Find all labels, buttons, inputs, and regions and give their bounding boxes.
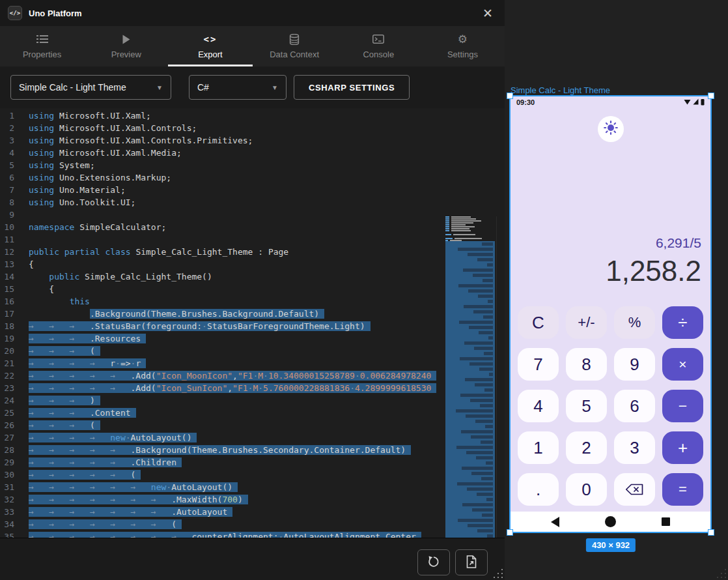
scrollbar-track[interactable] [496,216,497,538]
export-file-button[interactable] [455,549,488,575]
code-line[interactable]: 10namespace SimpleCalculator; [0,221,438,233]
key-3[interactable]: 3 [614,431,655,464]
list-icon [36,34,48,45]
code-line[interactable]: 22→ → → → → .Add("Icon_MoonIcon","F1·M·1… [0,370,438,382]
code-line[interactable]: 7using Uno.Material; [0,184,438,196]
key-backspace[interactable] [614,473,655,506]
tab-settings[interactable]: ⚙Settings [421,26,505,66]
code-line[interactable]: 17 .Background(Theme.Brushes.Background.… [0,308,438,320]
theme-select[interactable]: Simple Calc - Light Theme ▼ [10,75,171,100]
editor-footer [0,538,505,580]
signal-icon [693,98,699,106]
code-line[interactable]: 8using Uno.Toolkit.UI; [0,196,438,209]
minimap-selection[interactable] [445,241,495,538]
preview-canvas: Simple Calc - Light Theme 09:30 6,291/5 … [505,0,728,580]
code-line[interactable]: 18→ → → .StatusBar(foreground:·StatusBar… [0,320,438,332]
code-line[interactable]: 31→ → → → → → new·AutoLayout() [0,481,438,493]
key-multiply[interactable]: × [662,348,703,381]
tab-data-context[interactable]: Data Context [253,26,337,66]
code-line[interactable]: 12public partial class Simple_Calc_Light… [0,246,438,258]
code-line[interactable]: 13{ [0,258,438,270]
code-line[interactable]: 23→ → → → → .Add("Icon_SunIcon","F1·M·5.… [0,382,438,394]
code-line[interactable]: 3using Microsoft.UI.Xaml.Controls.Primit… [0,134,438,147]
key-0[interactable]: 0 [566,473,607,506]
code-editor[interactable]: 1using Microsoft.UI.Xaml;2using Microsof… [0,108,505,538]
tab-preview[interactable]: Preview [84,26,168,66]
code-line[interactable]: 30→ → → → → ( [0,469,438,481]
close-icon[interactable]: ✕ [479,6,497,21]
code-line[interactable]: 1using Microsoft.UI.Xaml; [0,109,438,122]
key-percent[interactable]: % [614,306,655,339]
tab-export[interactable]: <>Export [168,26,252,66]
code-line[interactable]: 29→ → → → → .Children [0,456,438,469]
selection-handle[interactable] [708,529,714,536]
chevron-down-icon: ▼ [156,84,163,91]
key-subtract[interactable]: − [662,390,703,422]
selection-handle[interactable] [708,93,714,99]
key-1[interactable]: 1 [518,431,559,464]
key-equals[interactable]: = [662,473,703,506]
code-line[interactable]: 20→ → → ( [0,345,438,357]
minimap[interactable] [445,216,495,538]
display-expression: 6,291/5 [606,235,701,251]
key-2[interactable]: 2 [566,431,607,464]
android-nav-bar [511,512,710,532]
tab-properties[interactable]: Properties [0,26,84,66]
preview-frame-label[interactable]: Simple Calc - Light Theme [511,85,610,95]
selection-handle[interactable] [507,529,513,536]
code-line[interactable]: 34→ → → → → → → ( [0,518,438,530]
key-8[interactable]: 8 [566,348,607,381]
code-line[interactable]: 11 [0,233,438,246]
home-icon[interactable] [605,516,616,527]
code-line[interactable]: 9 [0,209,438,221]
code-line[interactable]: 15 { [0,283,438,295]
display-result: 1,258.2 [606,257,701,285]
selection-handle[interactable] [507,93,513,99]
code-line[interactable]: 2using Microsoft.UI.Xaml.Controls; [0,122,438,134]
key-plus-minus[interactable]: +/- [566,306,607,339]
theme-toggle-button[interactable] [598,116,624,142]
key-decimal[interactable]: . [518,473,559,506]
key-4[interactable]: 4 [518,390,559,422]
sun-icon [604,121,618,138]
key-7[interactable]: 7 [518,348,559,381]
calculator-display: 6,291/5 1,258.2 [606,235,701,285]
back-icon[interactable] [551,517,559,527]
code-lines[interactable]: 1using Microsoft.UI.Xaml;2using Microsof… [0,109,438,538]
code-line[interactable]: 33→ → → → → → → .AutoLayout [0,506,438,518]
key-9[interactable]: 9 [614,348,655,381]
code-line[interactable]: 27→ → → → new·AutoLayout() [0,431,438,444]
code-line[interactable]: 6using Uno.Extensions.Markup; [0,171,438,184]
code-line[interactable]: 19→ → → .Resources [0,332,438,345]
key-add[interactable]: + [662,431,703,464]
code-line[interactable]: 32→ → → → → → → .MaxWidth(700) [0,493,438,506]
language-select-value: C# [197,82,209,93]
csharp-settings-button[interactable]: CSHARP SETTINGS [294,75,410,100]
code-line[interactable]: 4using Microsoft.UI.Xaml.Media; [0,147,438,159]
tab-console[interactable]: Console [337,26,421,66]
code-line[interactable]: 35→ → → → → → → → counterAlignment:·Auto… [0,530,438,538]
chevron-down-icon: ▼ [272,84,278,91]
tab-strip: PropertiesPreview<>ExportData ContextCon… [0,26,505,66]
phone-preview-frame[interactable]: 09:30 6,291/5 1,258.2 C+/-%÷789×456−123+… [509,95,712,533]
code-line[interactable]: 28→ → → → → .Background(Theme.Brushes.Se… [0,444,438,456]
refresh-button[interactable] [417,549,450,575]
code-line[interactable]: 26→ → → ( [0,419,438,431]
code-line[interactable]: 24→ → → ) [0,394,438,407]
resize-grip[interactable] [717,569,726,578]
tab-label: Console [363,50,394,59]
resize-grip[interactable] [494,569,503,578]
uno-platform-window: </> Uno Platform ✕ PropertiesPreview<>Ex… [0,0,505,580]
key-5[interactable]: 5 [566,390,607,422]
key-6[interactable]: 6 [614,390,655,422]
code-line[interactable]: 25→ → → .Content [0,407,438,419]
key-divide[interactable]: ÷ [662,306,703,339]
code-line[interactable]: 5using System; [0,159,438,171]
language-select[interactable]: C# ▼ [189,75,287,100]
code-line[interactable]: 16 this [0,295,438,308]
recents-icon[interactable] [662,517,670,526]
gear-icon: ⚙ [458,34,468,45]
code-line[interactable]: 14 public Simple_Calc_Light_Theme() [0,270,438,283]
key-clear[interactable]: C [518,306,559,339]
code-line[interactable]: 21→ → → → r·=>·r [0,357,438,370]
